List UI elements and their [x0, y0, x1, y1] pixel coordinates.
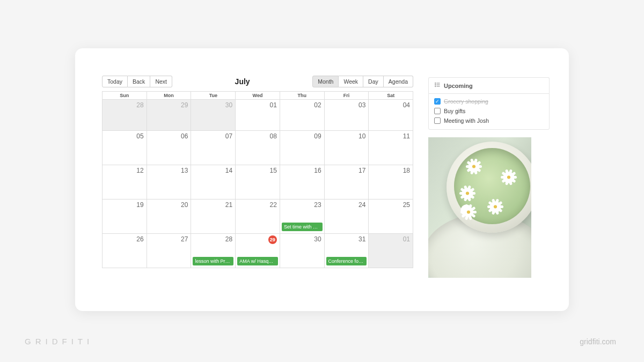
calendar-day[interactable]: 11: [368, 130, 413, 165]
day-number: 06: [181, 132, 188, 140]
upcoming-item[interactable]: Buy gifts: [434, 108, 544, 114]
day-number: 16: [314, 167, 321, 174]
day-number: 28: [136, 101, 143, 109]
calendar-event[interactable]: Conference for …: [326, 257, 367, 265]
day-number: 11: [403, 132, 410, 140]
calendar-week: 28293001020304: [103, 99, 413, 130]
calendar-day[interactable]: 29AMA w/ Hasque…: [235, 233, 280, 268]
calendar-day[interactable]: 30: [280, 233, 324, 268]
calendar-day[interactable]: 06: [147, 130, 191, 165]
calendar-day[interactable]: 12: [103, 165, 147, 199]
calendar-title: July: [172, 77, 312, 86]
view-agenda-button[interactable]: Agenda: [384, 76, 413, 87]
calendar-day[interactable]: 14: [191, 165, 235, 199]
calendar-day[interactable]: 28: [103, 99, 147, 130]
calendar-day[interactable]: 10: [324, 130, 369, 165]
calendar-event[interactable]: Set time with Li…: [282, 223, 323, 231]
calendar-day[interactable]: 09: [280, 130, 324, 165]
calendar-day[interactable]: 20: [147, 199, 191, 233]
calendar-day[interactable]: 03: [324, 99, 369, 130]
calendar-day[interactable]: 08: [235, 130, 280, 165]
calendar-week: 262728lesson with Prof…29AMA w/ Hasque…3…: [103, 233, 413, 268]
back-button[interactable]: Back: [128, 76, 150, 87]
calendar-day[interactable]: 01: [235, 99, 280, 130]
day-number: 17: [358, 167, 365, 174]
next-button[interactable]: Next: [150, 76, 172, 87]
day-number: 14: [225, 167, 232, 174]
calendar-day[interactable]: 17: [324, 165, 369, 199]
calendar-day[interactable]: 04: [368, 99, 413, 130]
svg-point-2: [435, 86, 436, 87]
view-button-group: Month Week Day Agenda: [312, 76, 413, 87]
calendar-day[interactable]: 15: [235, 165, 280, 199]
calendar-event[interactable]: lesson with Prof…: [193, 257, 233, 265]
day-number: 10: [358, 132, 365, 140]
calendar-day[interactable]: 28lesson with Prof…: [191, 233, 235, 268]
calendar-day[interactable]: 22: [235, 199, 280, 233]
day-number: 09: [314, 132, 321, 140]
calendar-day[interactable]: 02: [280, 99, 324, 130]
weekday-header: Sun Mon Tue Wed Thu Fri Sat: [103, 91, 413, 99]
upcoming-item[interactable]: Meeting with Josh: [434, 117, 544, 124]
view-week-button[interactable]: Week: [339, 76, 363, 87]
upcoming-list: Grocery shoppingBuy giftsMeeting with Jo…: [428, 93, 550, 130]
checkbox-icon[interactable]: [434, 117, 441, 124]
view-month-button[interactable]: Month: [312, 76, 339, 87]
weekday-label: Tue: [191, 91, 235, 99]
calendar-week: 05060708091011: [103, 130, 413, 165]
day-number: 24: [358, 201, 365, 209]
checkbox-icon[interactable]: [434, 98, 441, 105]
svg-point-0: [435, 83, 436, 84]
calendar-day[interactable]: 30: [191, 99, 235, 130]
calendar-week: 1920212223Set time with Li…2425: [103, 199, 413, 233]
day-number: 22: [270, 201, 277, 209]
weekday-label: Mon: [147, 91, 191, 99]
app-card: Today Back Next July Month Week Day Agen…: [75, 48, 569, 311]
upcoming-title: Upcoming: [444, 83, 473, 89]
nav-button-group: Today Back Next: [102, 76, 172, 87]
day-number: 05: [136, 132, 143, 140]
day-number: 18: [403, 167, 410, 174]
checkbox-icon[interactable]: [434, 108, 441, 114]
day-number: 26: [136, 235, 143, 243]
view-day-button[interactable]: Day: [363, 76, 384, 87]
calendar-event[interactable]: AMA w/ Hasque…: [237, 257, 278, 265]
decorative-image: [428, 137, 531, 278]
day-number: 15: [270, 167, 277, 174]
calendar-day[interactable]: 25: [368, 199, 413, 233]
weekday-label: Sat: [368, 91, 413, 99]
calendar-day[interactable]: 24: [324, 199, 369, 233]
upcoming-item[interactable]: Grocery shopping: [434, 98, 544, 105]
weekday-label: Sun: [103, 91, 147, 99]
upcoming-header: Upcoming: [428, 77, 550, 93]
calendar-day[interactable]: 13: [147, 165, 191, 199]
calendar-day[interactable]: 01: [368, 233, 413, 268]
calendar-day[interactable]: 05: [103, 130, 147, 165]
day-number: 30: [314, 235, 321, 243]
calendar-day[interactable]: 29: [147, 99, 191, 130]
upcoming-item-label: Buy gifts: [444, 108, 465, 114]
day-number: 23: [314, 201, 321, 209]
today-button[interactable]: Today: [102, 76, 128, 87]
calendar-grid: Sun Mon Tue Wed Thu Fri Sat 282930010203…: [102, 91, 413, 268]
day-number: 01: [403, 235, 410, 243]
svg-point-1: [435, 84, 436, 85]
calendar-day[interactable]: 19: [103, 199, 147, 233]
calendar-day[interactable]: 27: [147, 233, 191, 268]
day-number: 31: [358, 235, 365, 243]
weekday-label: Wed: [235, 91, 280, 99]
calendar-day[interactable]: 31Conference for …: [324, 233, 369, 268]
day-number: 02: [314, 101, 321, 109]
calendar-day[interactable]: 16: [280, 165, 324, 199]
calendar-day[interactable]: 26: [103, 233, 147, 268]
day-number: 13: [181, 167, 188, 174]
calendar-day[interactable]: 18: [368, 165, 413, 199]
day-number: 29: [181, 101, 188, 109]
calendar-day[interactable]: 21: [191, 199, 235, 233]
watermark-url: gridfiti.com: [580, 337, 616, 346]
calendar-day[interactable]: 07: [191, 130, 235, 165]
day-number: 12: [136, 167, 143, 174]
calendar-week: 12131415161718: [103, 165, 413, 199]
calendar-day[interactable]: 23Set time with Li…: [280, 199, 324, 233]
list-icon: [434, 82, 441, 90]
